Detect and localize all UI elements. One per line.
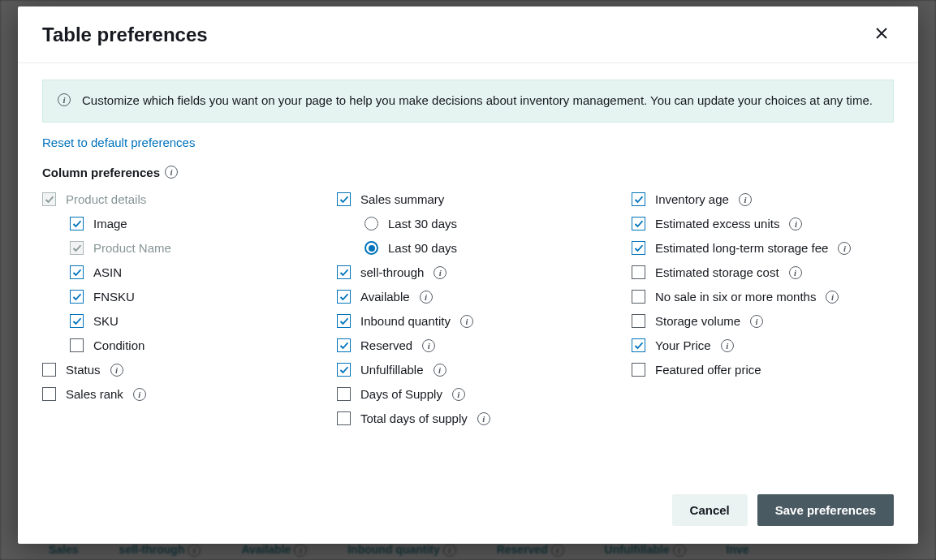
row-sell-through: sell-through i — [337, 264, 599, 282]
info-icon[interactable]: i — [750, 315, 763, 328]
label-sell-through: sell-through — [360, 265, 424, 279]
label-total-days: Total days of supply — [360, 411, 468, 425]
label-excess-units: Estimated excess units — [655, 217, 779, 230]
checkbox-days-supply[interactable] — [337, 387, 351, 401]
label-storage-vol: Storage volume — [655, 314, 740, 328]
info-icon[interactable]: i — [789, 266, 802, 279]
checkbox-excess-units[interactable] — [632, 217, 645, 230]
cancel-button[interactable]: Cancel — [672, 494, 748, 526]
info-icon[interactable]: i — [433, 266, 446, 279]
row-asin: ASIN — [70, 264, 304, 282]
checkbox-status[interactable] — [42, 363, 56, 377]
row-condition: Condition — [70, 337, 304, 355]
row-no-sale: No sale in six or more months i — [632, 288, 894, 306]
label-lts-fee: Estimated long-term storage fee — [655, 241, 828, 255]
info-icon[interactable]: i — [165, 166, 178, 179]
info-icon: i — [58, 93, 71, 106]
info-icon[interactable]: i — [133, 388, 146, 401]
label-sales-summary: Sales summary — [360, 192, 444, 206]
label-last90: Last 90 days — [388, 241, 457, 255]
checkbox-available[interactable] — [337, 290, 351, 304]
row-fnsku: FNSKU — [70, 288, 304, 306]
label-inbound: Inbound quantity — [360, 314, 451, 328]
modal-header: Table preferences — [18, 6, 918, 63]
checkbox-reserved[interactable] — [337, 338, 351, 352]
row-last30: Last 30 days — [364, 215, 599, 233]
row-last90: Last 90 days — [364, 239, 599, 257]
label-last30: Last 30 days — [388, 217, 457, 230]
label-fnsku: FNSKU — [93, 290, 135, 304]
checkbox-sku[interactable] — [70, 314, 84, 328]
checkbox-image[interactable] — [70, 217, 84, 230]
info-icon[interactable]: i — [826, 291, 839, 304]
info-icon[interactable]: i — [721, 339, 734, 352]
checkbox-featured[interactable] — [632, 363, 645, 377]
info-icon[interactable]: i — [477, 412, 490, 425]
column-1: Product details Image Product Name ASIN … — [42, 191, 304, 434]
row-total-days: Total days of supply i — [337, 410, 599, 428]
label-sku: SKU — [93, 314, 119, 328]
row-reserved: Reserved i — [337, 337, 599, 355]
info-banner: i Customize which fields you want on you… — [42, 80, 894, 123]
row-featured: Featured offer price — [632, 361, 894, 379]
column-3: Inventory age i Estimated excess units i… — [632, 191, 894, 434]
checkbox-sell-through[interactable] — [337, 265, 351, 279]
row-your-price: Your Price i — [632, 337, 894, 355]
row-sales-summary: Sales summary — [337, 191, 599, 209]
label-image: Image — [93, 217, 127, 230]
row-product-name: Product Name — [70, 239, 304, 257]
checkbox-inbound[interactable] — [337, 314, 351, 328]
label-condition: Condition — [93, 338, 144, 352]
radio-last90[interactable] — [364, 241, 378, 255]
row-image: Image — [70, 215, 304, 233]
checkbox-condition[interactable] — [70, 338, 84, 352]
label-featured: Featured offer price — [655, 363, 761, 377]
column-2: Sales summary Last 30 days Last 90 days … — [337, 191, 599, 434]
label-status: Status — [66, 363, 101, 377]
checkbox-inventory-age[interactable] — [632, 192, 645, 206]
row-storage-cost: Estimated storage cost i — [632, 264, 894, 282]
checkbox-your-price[interactable] — [632, 338, 645, 352]
checkbox-storage-cost[interactable] — [632, 265, 645, 279]
row-sku: SKU — [70, 312, 304, 330]
info-icon[interactable]: i — [460, 315, 473, 328]
info-icon[interactable]: i — [420, 291, 433, 304]
info-text: Customize which fields you want on your … — [82, 92, 873, 110]
row-days-supply: Days of Supply i — [337, 386, 599, 403]
modal-footer: Cancel Save preferences — [18, 480, 918, 544]
info-icon[interactable]: i — [789, 218, 802, 230]
checkbox-product-name — [70, 241, 84, 255]
info-icon[interactable]: i — [433, 364, 446, 377]
label-inventory-age: Inventory age — [655, 192, 729, 206]
checkbox-no-sale[interactable] — [632, 290, 645, 304]
info-icon[interactable]: i — [739, 193, 752, 206]
label-asin: ASIN — [93, 265, 122, 279]
preferences-columns: Product details Image Product Name ASIN … — [42, 191, 894, 434]
info-icon[interactable]: i — [110, 364, 123, 377]
row-excess-units: Estimated excess units i — [632, 215, 894, 233]
save-preferences-button[interactable]: Save preferences — [757, 494, 894, 526]
row-inbound: Inbound quantity i — [337, 312, 599, 330]
reset-default-link[interactable]: Reset to default preferences — [42, 136, 195, 149]
info-icon[interactable]: i — [422, 339, 435, 352]
checkbox-product-details — [42, 192, 56, 206]
checkbox-sales-rank[interactable] — [42, 387, 56, 401]
label-storage-cost: Estimated storage cost — [655, 265, 779, 279]
checkbox-sales-summary[interactable] — [337, 192, 351, 206]
checkbox-storage-vol[interactable] — [632, 314, 645, 328]
label-sales-rank: Sales rank — [66, 387, 123, 401]
label-days-supply: Days of Supply — [360, 387, 442, 401]
info-icon[interactable]: i — [452, 388, 465, 401]
row-sales-rank: Sales rank i — [42, 386, 304, 403]
close-button[interactable] — [869, 21, 894, 48]
checkbox-lts-fee[interactable] — [632, 241, 645, 255]
checkbox-fnsku[interactable] — [70, 290, 84, 304]
checkbox-unfulfillable[interactable] — [337, 363, 351, 377]
info-icon[interactable]: i — [838, 242, 851, 255]
row-product-details: Product details — [42, 191, 304, 209]
label-unfulfillable: Unfulfillable — [360, 363, 424, 377]
checkbox-asin[interactable] — [70, 265, 84, 279]
radio-last30[interactable] — [364, 217, 378, 230]
checkbox-total-days[interactable] — [337, 411, 351, 425]
row-inventory-age: Inventory age i — [632, 191, 894, 209]
